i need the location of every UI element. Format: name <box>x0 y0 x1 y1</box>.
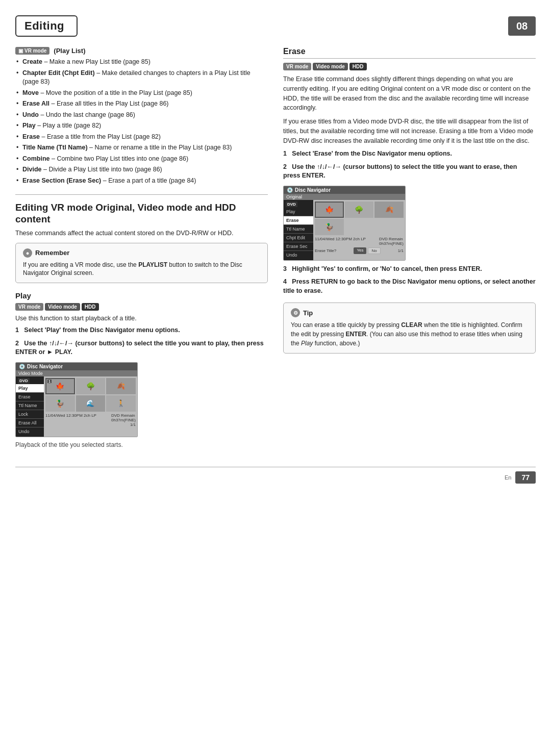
list-item: Move – Move the position of a title in t… <box>15 89 268 98</box>
erase-step2: 2 Use the ↑/↓/←/→ (cursor buttons) to se… <box>283 163 536 181</box>
erase-menu-play: Play <box>284 208 313 216</box>
screen-info: 11/04/Wed 12:30PM 2ch LP DVD Remain0h37m… <box>45 413 136 422</box>
editing-vr-desc: These commands affect the actual content… <box>15 230 268 237</box>
page-en-label: En <box>505 474 511 481</box>
badge-videomode: Video mode <box>45 303 80 311</box>
play-desc: Use this function to start playback of a… <box>15 315 268 322</box>
erase-menu-erasesec: Erase Sec <box>284 242 313 251</box>
remember-icon: ● <box>23 248 32 258</box>
erase-screen-title-bar: 💿 Disc Navigator <box>284 186 405 194</box>
thumb-6: 🚶 <box>106 395 136 412</box>
editing-vr-title: Editing VR mode Original, Video mode and… <box>15 202 268 225</box>
tip-text: You can erase a title quickly by pressin… <box>291 320 528 348</box>
screen-mode-label: Video Mode <box>18 371 43 376</box>
erase-disc-icon: 💿 <box>287 187 293 193</box>
erase-screen-title: Disc Navigator <box>295 187 331 193</box>
thumb-4: 🦆 <box>45 395 75 412</box>
confirm-no-button[interactable]: No <box>368 247 380 254</box>
screen-main-erase: 🍁 🌳 🍂 🦆 <box>313 200 405 260</box>
erase-desc-2: If you erase titles from a Video mode DV… <box>283 117 536 145</box>
menu-play-active: Play <box>16 384 44 393</box>
play-badge-group: VR mode Video mode HDD <box>15 303 268 311</box>
erase-badge-hdd: HDD <box>349 63 367 70</box>
playlist-title-row: ▣ VR mode (Play List) <box>15 47 268 55</box>
erase-badge-vrmode: VR mode <box>283 63 311 70</box>
menu-lock: Lock <box>16 410 44 419</box>
thumb-1: 🍁 1 <box>45 378 75 394</box>
erase-confirm-buttons: Yes No <box>354 247 380 254</box>
erase-desc-1: The Erase title command does slightly di… <box>283 74 536 113</box>
vr-mode-badge: ▣ VR mode <box>15 47 49 55</box>
ethumb-1: 🍁 <box>315 201 344 218</box>
play-step1: 1 Select 'Play' from the Disc Navigator … <box>15 326 268 335</box>
play-step2: 2 Use the ↑/↓/←/→ (cursor buttons) to se… <box>15 339 268 357</box>
erase-confirm-row: Erase Title? Yes No 1/1 <box>315 247 404 254</box>
dvd-badge: DVD <box>18 378 30 384</box>
erase-title: Erase <box>283 47 536 59</box>
list-item: Play – Play a title (page 82) <box>15 121 268 131</box>
vr-mode-icon: ▣ <box>18 48 23 54</box>
erase-screen-mode-bar: Original <box>284 194 405 200</box>
editing-vr-section: Editing VR mode Original, Video mode and… <box>15 194 268 448</box>
play-subsection: Play VR mode Video mode HDD Use this fun… <box>15 291 268 448</box>
list-item: Divide – Divide a Play List title into t… <box>15 165 268 174</box>
ethumb-2: 🌳 <box>345 201 374 218</box>
tip-title: ⚙ Tip <box>291 308 528 317</box>
thumb-5: 🌊 <box>76 395 106 412</box>
menu-ttlname: Ttl Name <box>16 401 44 410</box>
list-item: Erase All – Erase all titles in the Play… <box>15 99 268 109</box>
erase-page: 1/1 <box>398 248 404 253</box>
list-item: Erase – Erase a title from the Play List… <box>15 133 268 142</box>
erase-dvd-badge: DVD <box>286 201 297 207</box>
remember-title: ● Remember <box>23 248 260 258</box>
tip-icon: ⚙ <box>291 308 300 317</box>
ethumb-3: 🍂 <box>374 201 404 218</box>
thumb-3: 🍂 <box>106 378 136 394</box>
content-area: ▣ VR mode (Play List) Create – Make a ne… <box>15 47 536 457</box>
page-title: Editing <box>15 15 78 37</box>
page-number: 77 <box>515 471 536 484</box>
erase-confirm-text: Erase Title? <box>315 248 336 253</box>
screen-title: Disc Navigator <box>27 364 63 369</box>
chapter-number: 08 <box>508 16 536 36</box>
confirm-yes-button[interactable]: Yes <box>354 247 366 254</box>
erase-menu-chptedit: Chpt Edit <box>284 234 313 242</box>
erase-step1: 1 Select 'Erase' from the Disc Navigator… <box>283 149 536 159</box>
right-column: Erase VR mode Video mode HDD The Erase t… <box>283 47 536 457</box>
menu-eraseall: Erase All <box>16 419 44 427</box>
erase-badge-group: VR mode Video mode HDD <box>283 63 536 70</box>
playback-note: Playback of the title you selected start… <box>15 441 268 448</box>
erase-screen-info: 11/04/Wed 12:30PM 2ch LP DVD Remain0h37m… <box>315 237 404 246</box>
playlist-heading: (Play List) <box>54 47 85 55</box>
erase-badge-videomode: Video mode <box>313 63 348 70</box>
screen-sidebar-erase: DVD Play Erase Ttl Name Chpt Edit Erase … <box>284 200 313 260</box>
erase-screen-mode: Original <box>286 194 302 199</box>
badge-hdd: HDD <box>82 303 99 311</box>
remember-box: ● Remember If you are editing a VR mode … <box>15 243 268 284</box>
erase-section: Erase VR mode Video mode HDD The Erase t… <box>283 47 536 295</box>
list-item: Undo – Undo the last change (page 86) <box>15 111 268 120</box>
erase-menu-ttlname: Ttl Name <box>284 225 313 234</box>
erase-menu-active: Erase <box>284 216 313 225</box>
screen-title-bar: 💿 Disc Navigator <box>16 363 137 370</box>
badge-vrmode: VR mode <box>15 303 43 311</box>
play-screen-mockup: 💿 Disc Navigator Video Mode DVD Play <box>15 362 138 437</box>
tip-box: ⚙ Tip You can erase a title quickly by p… <box>283 303 536 354</box>
erase-menu-undo: Undo <box>284 251 313 259</box>
erase-screen-mockup: 💿 Disc Navigator Original DVD Play Erase <box>283 186 406 261</box>
screen-sidebar-play: DVD Play Erase Ttl Name Lock Erase All U… <box>16 376 44 437</box>
page-footer: En 77 <box>15 467 536 484</box>
erase-step4: 4 Press RETURN to go back to the Disc Na… <box>283 278 536 295</box>
menu-erase: Erase <box>16 393 44 401</box>
remember-text: If you are editing a VR mode disc, use t… <box>23 261 260 278</box>
screen-page: 1/1 <box>45 422 136 427</box>
thumb-2: 🌳 <box>76 378 106 394</box>
playlist-bullet-list: Create – Make a new Play List title (pag… <box>15 58 268 185</box>
playlist-section: ▣ VR mode (Play List) Create – Make a ne… <box>15 47 268 185</box>
page-container: Editing 08 ▣ VR mode (Play List) Create … <box>0 0 551 756</box>
list-item: Chapter Edit (Chpt Edit) – Make detailed… <box>15 69 268 87</box>
screen-mode-bar: Video Mode <box>16 370 137 376</box>
list-item: Create – Make a new Play List title (pag… <box>15 58 268 67</box>
menu-undo: Undo <box>16 427 44 436</box>
left-column: ▣ VR mode (Play List) Create – Make a ne… <box>15 47 268 457</box>
